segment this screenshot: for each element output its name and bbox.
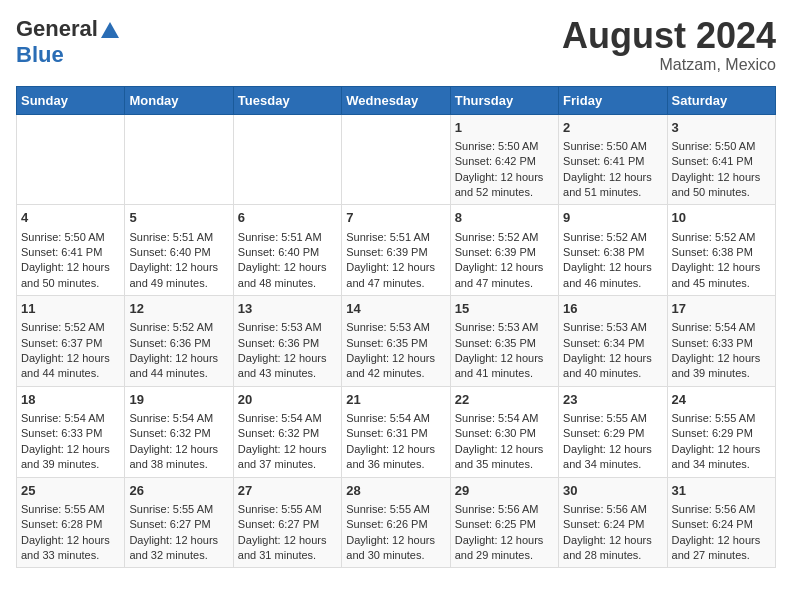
day-info-line: and 44 minutes. (21, 367, 99, 379)
calendar-cell: 4Sunrise: 5:50 AMSunset: 6:41 PMDaylight… (17, 205, 125, 296)
calendar-cell: 13Sunrise: 5:53 AMSunset: 6:36 PMDayligh… (233, 296, 341, 387)
day-info-line: Sunrise: 5:52 AM (672, 231, 756, 243)
day-number: 16 (563, 300, 662, 318)
calendar-week-row: 18Sunrise: 5:54 AMSunset: 6:33 PMDayligh… (17, 386, 776, 477)
header-friday: Friday (559, 86, 667, 114)
day-info-line: and 48 minutes. (238, 277, 316, 289)
day-info-line: Sunset: 6:41 PM (563, 155, 644, 167)
day-number: 28 (346, 482, 445, 500)
day-info-line: and 34 minutes. (672, 458, 750, 470)
calendar-cell: 17Sunrise: 5:54 AMSunset: 6:33 PMDayligh… (667, 296, 775, 387)
calendar-week-row: 25Sunrise: 5:55 AMSunset: 6:28 PMDayligh… (17, 477, 776, 568)
day-info-line: and 43 minutes. (238, 367, 316, 379)
day-info-line: Daylight: 12 hours (672, 171, 761, 183)
day-info-line: Sunset: 6:40 PM (129, 246, 210, 258)
day-number: 18 (21, 391, 120, 409)
day-number: 8 (455, 209, 554, 227)
day-info-line: Sunset: 6:33 PM (21, 427, 102, 439)
logo-blue-text: Blue (16, 42, 64, 67)
calendar-cell: 27Sunrise: 5:55 AMSunset: 6:27 PMDayligh… (233, 477, 341, 568)
day-info-line: Daylight: 12 hours (129, 352, 218, 364)
day-info-line: Sunrise: 5:54 AM (238, 412, 322, 424)
calendar-cell: 24Sunrise: 5:55 AMSunset: 6:29 PMDayligh… (667, 386, 775, 477)
day-info-line: Daylight: 12 hours (672, 443, 761, 455)
logo-general-text: General (16, 16, 98, 42)
day-info-line: and 47 minutes. (455, 277, 533, 289)
logo: General Blue (16, 16, 119, 68)
day-info-line: and 37 minutes. (238, 458, 316, 470)
day-info-line: Sunset: 6:25 PM (455, 518, 536, 530)
day-info-line: Sunset: 6:37 PM (21, 337, 102, 349)
day-info-line: Sunrise: 5:54 AM (21, 412, 105, 424)
day-info-line: Sunset: 6:24 PM (672, 518, 753, 530)
calendar-header-row: SundayMondayTuesdayWednesdayThursdayFrid… (17, 86, 776, 114)
day-info-line: and 34 minutes. (563, 458, 641, 470)
day-number: 13 (238, 300, 337, 318)
day-info-line: Sunset: 6:39 PM (346, 246, 427, 258)
day-info-line: Sunset: 6:31 PM (346, 427, 427, 439)
day-info-line: Daylight: 12 hours (346, 534, 435, 546)
title-area: August 2024 Matzam, Mexico (562, 16, 776, 74)
day-info-line: Daylight: 12 hours (346, 443, 435, 455)
day-info-line: Sunset: 6:42 PM (455, 155, 536, 167)
day-info-line: and 35 minutes. (455, 458, 533, 470)
day-info-line: Daylight: 12 hours (238, 443, 327, 455)
day-info-line: Daylight: 12 hours (672, 352, 761, 364)
calendar-cell: 12Sunrise: 5:52 AMSunset: 6:36 PMDayligh… (125, 296, 233, 387)
calendar-cell: 3Sunrise: 5:50 AMSunset: 6:41 PMDaylight… (667, 114, 775, 205)
header-thursday: Thursday (450, 86, 558, 114)
day-number: 19 (129, 391, 228, 409)
day-info-line: Daylight: 12 hours (455, 443, 544, 455)
day-info-line: Sunrise: 5:55 AM (238, 503, 322, 515)
day-info-line: Daylight: 12 hours (346, 261, 435, 273)
day-info-line: Sunset: 6:41 PM (672, 155, 753, 167)
day-info-line: Sunrise: 5:51 AM (129, 231, 213, 243)
day-info-line: Sunrise: 5:55 AM (672, 412, 756, 424)
day-number: 6 (238, 209, 337, 227)
day-info-line: Sunrise: 5:56 AM (455, 503, 539, 515)
calendar-cell: 29Sunrise: 5:56 AMSunset: 6:25 PMDayligh… (450, 477, 558, 568)
calendar-cell: 8Sunrise: 5:52 AMSunset: 6:39 PMDaylight… (450, 205, 558, 296)
day-info-line: Daylight: 12 hours (129, 534, 218, 546)
day-info-line: and 32 minutes. (129, 549, 207, 561)
page-header: General Blue August 2024 Matzam, Mexico (16, 16, 776, 74)
day-info-line: and 33 minutes. (21, 549, 99, 561)
day-info-line: Daylight: 12 hours (563, 352, 652, 364)
header-saturday: Saturday (667, 86, 775, 114)
day-info-line: Sunrise: 5:53 AM (238, 321, 322, 333)
header-tuesday: Tuesday (233, 86, 341, 114)
day-number: 27 (238, 482, 337, 500)
month-title: August 2024 (562, 16, 776, 56)
day-info-line: Sunset: 6:36 PM (238, 337, 319, 349)
day-number: 5 (129, 209, 228, 227)
day-info-line: Sunset: 6:36 PM (129, 337, 210, 349)
calendar-week-row: 1Sunrise: 5:50 AMSunset: 6:42 PMDaylight… (17, 114, 776, 205)
day-info-line: Sunset: 6:35 PM (346, 337, 427, 349)
calendar-table: SundayMondayTuesdayWednesdayThursdayFrid… (16, 86, 776, 569)
day-info-line: Daylight: 12 hours (563, 171, 652, 183)
day-info-line: Daylight: 12 hours (21, 352, 110, 364)
day-info-line: Sunrise: 5:54 AM (455, 412, 539, 424)
day-info-line: Daylight: 12 hours (21, 534, 110, 546)
day-info-line: Sunrise: 5:52 AM (563, 231, 647, 243)
day-info-line: and 40 minutes. (563, 367, 641, 379)
day-number: 25 (21, 482, 120, 500)
day-info-line: and 49 minutes. (129, 277, 207, 289)
day-info-line: Daylight: 12 hours (563, 261, 652, 273)
day-info-line: and 27 minutes. (672, 549, 750, 561)
day-info-line: and 50 minutes. (21, 277, 99, 289)
day-info-line: Sunrise: 5:50 AM (672, 140, 756, 152)
location-title: Matzam, Mexico (562, 56, 776, 74)
calendar-cell: 14Sunrise: 5:53 AMSunset: 6:35 PMDayligh… (342, 296, 450, 387)
calendar-cell: 22Sunrise: 5:54 AMSunset: 6:30 PMDayligh… (450, 386, 558, 477)
day-info-line: Daylight: 12 hours (455, 261, 544, 273)
day-info-line: Sunrise: 5:51 AM (346, 231, 430, 243)
day-number: 30 (563, 482, 662, 500)
calendar-cell: 1Sunrise: 5:50 AMSunset: 6:42 PMDaylight… (450, 114, 558, 205)
day-info-line: Sunrise: 5:52 AM (21, 321, 105, 333)
day-info-line: and 42 minutes. (346, 367, 424, 379)
calendar-cell: 31Sunrise: 5:56 AMSunset: 6:24 PMDayligh… (667, 477, 775, 568)
day-info-line: Sunset: 6:27 PM (129, 518, 210, 530)
day-number: 15 (455, 300, 554, 318)
day-info-line: and 50 minutes. (672, 186, 750, 198)
